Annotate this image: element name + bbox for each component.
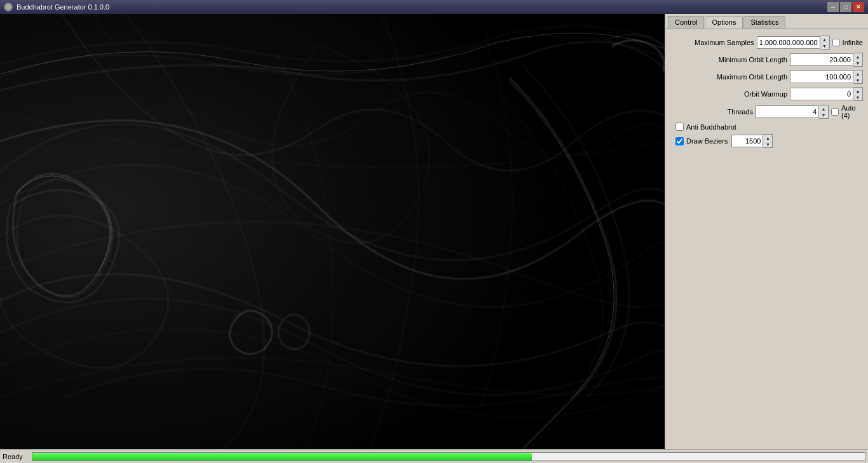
infinite-label: Infinite	[843, 39, 863, 46]
maximum-samples-spin-up[interactable]: ▲	[820, 36, 829, 43]
progress-bar-container	[32, 452, 865, 461]
maximum-orbit-spin-up[interactable]: ▲	[853, 70, 862, 77]
tab-statistics[interactable]: Statistics	[743, 16, 785, 29]
threads-input[interactable]	[756, 105, 819, 118]
maximum-samples-spinner-buttons: ▲ ▼	[820, 36, 830, 50]
minimum-orbit-label: Minimum Orbit Length	[705, 56, 787, 64]
minimum-orbit-spinner: ▲ ▼	[790, 53, 863, 67]
draw-beziers-spin-down[interactable]: ▼	[763, 141, 772, 147]
anti-buddhabrot-row: Anti Buddhabrot	[670, 123, 863, 131]
maximum-orbit-label: Maximum Orbit Length	[705, 73, 787, 81]
threads-spin-up[interactable]: ▲	[819, 105, 828, 112]
orbit-warmup-spinner: ▲ ▼	[790, 87, 863, 101]
main-content: Control Options Statistics Maximum Sampl…	[0, 14, 868, 449]
window-controls: ─ □ ✕	[827, 2, 864, 12]
orbit-warmup-input[interactable]	[790, 88, 853, 100]
draw-beziers-row: Draw Beziers ▲ ▼	[670, 134, 863, 148]
maximum-samples-input[interactable]	[757, 36, 820, 49]
minimum-orbit-spinner-buttons: ▲ ▼	[853, 53, 863, 67]
orbit-warmup-spin-down[interactable]: ▼	[853, 94, 862, 100]
auto-checkbox[interactable]	[831, 108, 839, 116]
app-icon	[4, 3, 13, 11]
maximum-samples-row: Maximum Samples ▲ ▼ Infinite	[670, 36, 863, 50]
tab-control[interactable]: Control	[668, 16, 704, 29]
minimum-orbit-row: Minimum Orbit Length ▲ ▼	[670, 53, 863, 67]
status-bar: Ready	[0, 449, 868, 463]
draw-beziers-checkbox[interactable]	[675, 137, 684, 145]
anti-buddhabrot-label: Anti Buddhabrot	[686, 123, 736, 131]
app-title: Buddhabrot Generator 0.1.0.0	[17, 3, 109, 11]
status-text: Ready	[3, 453, 28, 460]
title-bar: Buddhabrot Generator 0.1.0.0 ─ □ ✕	[0, 0, 868, 14]
tab-bar: Control Options Statistics	[665, 14, 868, 29]
maximum-samples-label: Maximum Samples	[672, 39, 754, 46]
maximum-orbit-spin-down[interactable]: ▼	[853, 77, 862, 83]
infinite-checkbox[interactable]	[832, 39, 840, 46]
maximum-samples-spin-down[interactable]: ▼	[820, 43, 829, 49]
minimum-orbit-input[interactable]	[790, 53, 853, 66]
auto-checkbox-wrap: Auto (4)	[831, 104, 863, 119]
minimum-orbit-spin-down[interactable]: ▼	[853, 60, 862, 66]
maximize-button[interactable]: □	[840, 2, 851, 12]
draw-beziers-spinner-buttons: ▲ ▼	[763, 134, 773, 148]
threads-label: Threads	[670, 108, 753, 116]
progress-bar-fill	[32, 453, 532, 460]
close-button[interactable]: ✕	[853, 2, 864, 12]
orbit-warmup-row: Orbit Warmup ▲ ▼	[670, 87, 863, 101]
right-panel: Control Options Statistics Maximum Sampl…	[665, 14, 868, 449]
draw-beziers-spin-up[interactable]: ▲	[763, 135, 772, 141]
threads-row: Threads ▲ ▼ Auto (4)	[670, 104, 863, 119]
tab-options[interactable]: Options	[705, 16, 743, 29]
title-bar-left: Buddhabrot Generator 0.1.0.0	[4, 3, 109, 11]
anti-buddhabrot-checkbox[interactable]	[675, 123, 684, 131]
threads-spin-down[interactable]: ▼	[819, 112, 828, 118]
orbit-warmup-label: Orbit Warmup	[705, 90, 787, 98]
maximum-orbit-spinner-buttons: ▲ ▼	[853, 70, 863, 84]
orbit-warmup-spinner-buttons: ▲ ▼	[853, 87, 863, 101]
minimum-orbit-spin-up[interactable]: ▲	[853, 53, 862, 60]
auto-label: Auto (4)	[841, 104, 863, 119]
orbit-warmup-spin-up[interactable]: ▲	[853, 88, 862, 94]
threads-spinner-buttons: ▲ ▼	[819, 105, 829, 119]
maximum-orbit-spinner: ▲ ▼	[790, 70, 863, 84]
draw-beziers-label: Draw Beziers	[686, 137, 728, 145]
fractal-canvas-area	[0, 14, 665, 449]
draw-beziers-input[interactable]	[731, 135, 763, 147]
minimize-button[interactable]: ─	[827, 2, 839, 12]
maximum-orbit-row: Maximum Orbit Length ▲ ▼	[670, 70, 863, 84]
options-panel: Maximum Samples ▲ ▼ Infinite Minimum Orb…	[665, 29, 868, 449]
maximum-orbit-input[interactable]	[790, 70, 853, 83]
maximum-samples-spinner: ▲ ▼	[757, 36, 830, 50]
draw-beziers-spinner: ▲ ▼	[731, 134, 773, 148]
infinite-checkbox-wrap: Infinite	[832, 39, 863, 46]
fractal-visualization	[0, 14, 665, 449]
threads-spinner: ▲ ▼	[756, 105, 829, 119]
